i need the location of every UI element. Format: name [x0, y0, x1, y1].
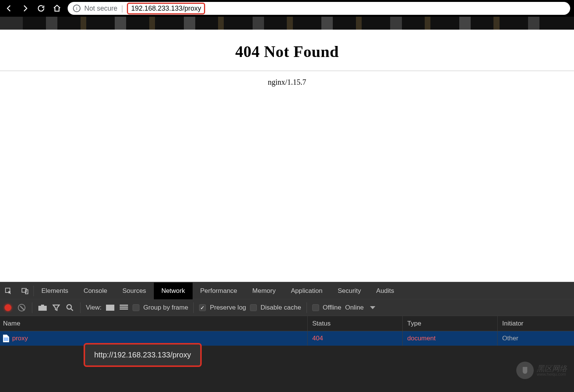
- svg-point-5: [67, 305, 71, 309]
- tab-memory[interactable]: Memory: [245, 283, 283, 299]
- preserve-log-label: Preserve log: [210, 304, 246, 311]
- svg-rect-2: [25, 289, 28, 294]
- cell-type: document: [403, 331, 498, 346]
- disable-cache-checkbox[interactable]: [250, 304, 257, 311]
- server-line: nginx/1.15.7: [0, 78, 574, 87]
- column-header-name[interactable]: Name: [0, 316, 308, 331]
- separator: [80, 302, 81, 313]
- view-waterfall-icon[interactable]: [119, 303, 129, 313]
- column-header-initiator[interactable]: Initiator: [498, 316, 574, 331]
- clear-button[interactable]: [17, 303, 27, 313]
- capture-screenshots-icon[interactable]: [38, 303, 47, 313]
- tab-audits[interactable]: Audits: [368, 283, 402, 299]
- group-by-frame-checkbox[interactable]: [133, 304, 139, 311]
- disable-cache-label: Disable cache: [261, 304, 301, 311]
- back-button[interactable]: [4, 3, 14, 14]
- site-info-icon[interactable]: i: [73, 5, 81, 12]
- devtools-panel: Elements Console Sources Network Perform…: [0, 282, 574, 392]
- column-header-status[interactable]: Status: [308, 316, 403, 331]
- record-button[interactable]: [3, 303, 13, 313]
- offline-checkbox[interactable]: [312, 304, 319, 311]
- request-name: proxy: [12, 335, 28, 342]
- separator: [32, 302, 32, 313]
- device-toggle-icon[interactable]: [17, 283, 33, 299]
- view-label: View:: [86, 304, 101, 311]
- offline-label: Offline: [323, 304, 342, 311]
- tab-sources[interactable]: Sources: [115, 283, 153, 299]
- svg-rect-3: [38, 306, 47, 311]
- tab-console[interactable]: Console: [76, 283, 115, 299]
- network-toolbar: View: Group by frame Preserve log Disabl…: [0, 299, 574, 316]
- tab-network[interactable]: Network: [154, 283, 193, 299]
- home-button[interactable]: [52, 3, 62, 14]
- inspect-element-icon[interactable]: [0, 283, 17, 299]
- divider: [0, 71, 574, 71]
- url-highlight-box: 192.168.233.133/proxy: [127, 3, 205, 14]
- chevron-down-icon[interactable]: [370, 306, 375, 309]
- watermark-sub: www.heiqu.com: [537, 372, 567, 376]
- cell-initiator: Other: [498, 331, 574, 346]
- view-large-icon[interactable]: [105, 303, 115, 313]
- watermark: 黑区网络 www.heiqu.com: [516, 362, 567, 379]
- filter-icon[interactable]: [51, 303, 61, 313]
- cell-status: 404: [308, 331, 403, 346]
- reload-button[interactable]: [36, 3, 46, 14]
- tab-security[interactable]: Security: [330, 283, 368, 299]
- preserve-log-checkbox[interactable]: [199, 304, 206, 311]
- browser-toolbar: i Not secure | 192.168.233.133/proxy: [0, 0, 574, 17]
- url-text: 192.168.233.133/proxy: [131, 5, 201, 12]
- not-secure-label: Not secure: [84, 5, 117, 13]
- url-tooltip: http://192.168.233.133/proxy: [84, 343, 202, 367]
- tab-performance[interactable]: Performance: [193, 283, 245, 299]
- tab-elements[interactable]: Elements: [34, 283, 76, 299]
- separator: [307, 302, 307, 313]
- svg-rect-4: [41, 305, 44, 306]
- devtools-tabs: Elements Console Sources Network Perform…: [0, 283, 574, 299]
- bookmarks-bar-censored: [0, 17, 574, 35]
- address-bar[interactable]: i Not secure | 192.168.233.133/proxy: [68, 2, 570, 15]
- document-file-icon: [3, 335, 9, 342]
- separator: |: [121, 4, 123, 13]
- forward-button[interactable]: [20, 3, 30, 14]
- tab-application[interactable]: Application: [283, 283, 330, 299]
- watermark-logo-icon: [516, 362, 534, 379]
- search-icon[interactable]: [65, 303, 75, 313]
- group-by-frame-label: Group by frame: [143, 304, 188, 311]
- separator: [193, 302, 194, 313]
- page-title: 404 Not Found: [0, 43, 574, 61]
- network-table-header: Name Status Type Initiator: [0, 316, 574, 331]
- throttling-select[interactable]: Online: [345, 304, 364, 311]
- page-content: 404 Not Found nginx/1.15.7: [0, 35, 574, 87]
- watermark-main: 黑区网络: [537, 365, 567, 372]
- tooltip-text: http://192.168.233.133/proxy: [94, 351, 191, 359]
- column-header-type[interactable]: Type: [403, 316, 498, 331]
